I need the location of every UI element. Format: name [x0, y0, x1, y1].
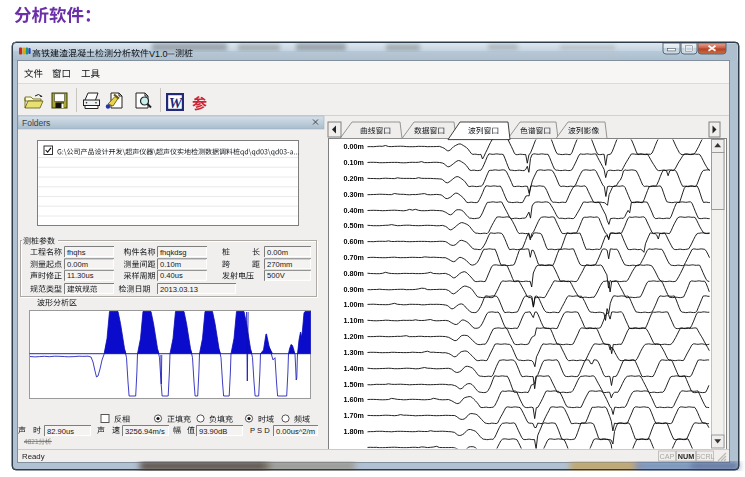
svg-text:2013.03.13: 2013.03.13 [160, 285, 198, 294]
svg-text:0.80m: 0.80m [344, 269, 364, 278]
svg-text:270mm: 270mm [267, 260, 292, 269]
svg-text:1.10m: 1.10m [344, 316, 364, 325]
svg-text:1.30m: 1.30m [344, 348, 364, 357]
svg-text:82.90us: 82.90us [47, 427, 74, 436]
svg-text:1.40m: 1.40m [344, 364, 364, 373]
svg-text:0.50m: 0.50m [344, 221, 364, 230]
svg-text:0.10m: 0.10m [160, 260, 181, 269]
svg-text:CAP: CAP [660, 452, 675, 461]
svg-text:0.90m: 0.90m [344, 285, 364, 294]
svg-text:0.60m: 0.60m [344, 237, 364, 246]
svg-text:fhqkdsg: fhqkdsg [160, 248, 187, 257]
svg-text:P S D: P S D [250, 426, 270, 435]
svg-text:1.60m: 1.60m [344, 395, 364, 404]
svg-text:Ready: Ready [22, 452, 45, 461]
svg-text:1.70m: 1.70m [344, 411, 364, 420]
svg-text:0.20m: 0.20m [344, 174, 364, 183]
svg-text:NUM: NUM [678, 452, 694, 461]
svg-text:1.20m: 1.20m [344, 332, 364, 341]
svg-text:SCRL: SCRL [695, 452, 714, 461]
svg-text:0.00m: 0.00m [67, 260, 88, 269]
svg-text:0.30m: 0.30m [344, 190, 364, 199]
svg-text:0.00m: 0.00m [267, 248, 288, 257]
svg-text:W: W [169, 95, 184, 111]
svg-text:0.10m: 0.10m [344, 158, 364, 167]
svg-text:V1.0: V1.0 [149, 49, 168, 59]
svg-text:1.50m: 1.50m [344, 380, 364, 389]
svg-text:0.00m: 0.00m [344, 142, 364, 151]
svg-text:0.40m: 0.40m [344, 206, 364, 215]
svg-text:1.00m: 1.00m [344, 300, 364, 309]
svg-text:0.00us^2/m: 0.00us^2/m [276, 427, 315, 436]
svg-text:Folders: Folders [22, 118, 50, 128]
svg-text:93.90dB: 93.90dB [199, 427, 227, 436]
svg-text:0.40us: 0.40us [160, 271, 183, 280]
svg-text:0.70m: 0.70m [344, 253, 364, 262]
svg-text:11.30us: 11.30us [67, 271, 94, 280]
svg-text:fhqhs: fhqhs [67, 248, 86, 257]
svg-text:3256.94m/s: 3256.94m/s [125, 427, 165, 436]
svg-text:1.80m: 1.80m [344, 427, 364, 436]
svg-text:500V: 500V [267, 271, 286, 280]
